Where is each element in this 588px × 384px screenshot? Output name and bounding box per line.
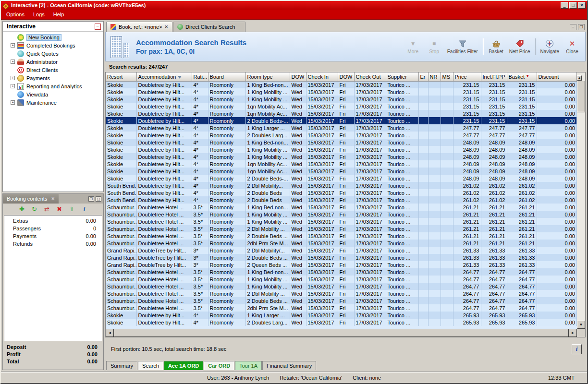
mdi-minimize-icon[interactable]: − [570, 24, 576, 30]
table-row[interactable]: Schaumbur... Doubletree Hotel ... 3.5* R… [106, 204, 577, 211]
horizontal-scrollbar[interactable]: ◄ ► [106, 329, 577, 337]
table-row[interactable]: Schaumbur... Doubletree Hotel ... 3.5* R… [106, 211, 577, 218]
info-button[interactable]: i [572, 344, 582, 354]
scroll-down-icon[interactable]: ▼ [577, 321, 585, 329]
expand-icon[interactable]: + [11, 76, 15, 80]
table-row[interactable]: Grand Rapi... DoubleTree by Hilt... 3* R… [106, 261, 577, 268]
table-row[interactable]: Skokie Doubletree by Hilt... 4* Roomonly… [106, 153, 577, 160]
column-header[interactable]: DOW [290, 72, 306, 81]
table-row[interactable]: Skokie Doubletree by Hilt... 4* Roomonly… [106, 117, 577, 124]
table-row[interactable]: Schaumbur... Doubletree Hotel ... 3.5* R… [106, 283, 577, 290]
table-row[interactable]: Schaumbur... Doubletree Hotel ... 3.5* R… [106, 276, 577, 283]
table-row[interactable]: Skokie Doubletree by Hilt... 4* Roomonly… [106, 319, 577, 326]
sidebar-item[interactable]: + Maintenance [3, 98, 103, 107]
menu-item[interactable]: Logs [29, 11, 49, 18]
table-row[interactable]: Schaumbur... Doubletree Hotel ... 3.5* R… [106, 218, 577, 225]
column-header[interactable]: Room type [245, 72, 290, 81]
navigate-button[interactable]: Navigate [540, 39, 559, 54]
table-row[interactable]: Skokie Doubletree by Hilt... 4* Roomonly… [106, 175, 577, 182]
export-icon[interactable]: ⇧ [68, 206, 76, 213]
close-tab-icon[interactable]: ✕ [165, 24, 169, 29]
column-header[interactable]: Check In [306, 72, 338, 81]
column-header[interactable]: Board [208, 72, 245, 81]
column-header[interactable]: Accommodation [136, 72, 192, 81]
mdi-restore-icon[interactable]: ❐ [578, 24, 585, 30]
add-icon[interactable]: ✚ [18, 206, 26, 213]
sidebar-item[interactable]: + Payments [3, 74, 103, 82]
document-tab[interactable]: Direct Clients Search ✕ [173, 22, 245, 32]
table-row[interactable]: Schaumbur... Doubletree Hotel ... 3.5* R… [106, 297, 577, 304]
expand-icon[interactable]: + [11, 84, 15, 88]
column-header[interactable]: Rati... [192, 72, 208, 81]
sidebar-item[interactable]: + New Booking [3, 33, 103, 41]
table-row[interactable]: Skokie Doubletree by Hilt... 4* Roomonly… [106, 124, 577, 132]
sidebar-item[interactable]: + Quick Quotes [3, 49, 103, 58]
column-header[interactable]: Basket▼ [507, 72, 537, 81]
horizontal-scroll-thumb[interactable] [114, 329, 569, 337]
close-panel-icon[interactable]: ✕ [51, 196, 55, 201]
table-row[interactable]: South Bend... Doubletree by Hilt... 4* R… [106, 182, 577, 189]
table-row[interactable]: Schaumbur... Doubletree Hotel ... 3.5* R… [106, 240, 577, 247]
bottom-tab[interactable]: Car ORD [204, 361, 234, 370]
table-row[interactable]: Schaumbur... Doubletree Hotel ... 3.5* R… [106, 304, 577, 312]
table-row[interactable]: Skokie Doubletree by Hilt... 4* Roomonly… [106, 132, 577, 139]
table-row[interactable]: Grand Rapi... DoubleTree by Hilt... 3* R… [106, 254, 577, 261]
refresh-icon[interactable]: ↻ [31, 206, 38, 213]
vertical-scrollbar[interactable]: ▲ ▼ [577, 72, 585, 329]
delete-icon[interactable]: ✖ [56, 206, 63, 213]
sidebar-item[interactable]: + Viewdata [3, 90, 103, 98]
minimize-button[interactable]: _ [561, 2, 568, 9]
bottom-tab[interactable]: Search [138, 361, 163, 370]
sidebar-item[interactable]: + Direct Clients [3, 66, 103, 74]
sidebar-item[interactable]: + Reporting and Analytics [3, 82, 103, 90]
basket-button[interactable]: Basket [488, 39, 504, 54]
bottom-tab[interactable]: Acc 1A ORD [164, 361, 203, 370]
booking-content-row[interactable]: Refunds 0.00 [4, 240, 102, 248]
column-header[interactable]: NR [428, 72, 441, 81]
booking-content-row[interactable]: Passengers 0 [4, 225, 102, 233]
table-row[interactable]: Skokie Doubletree by Hilt... 4* Roomonly… [106, 81, 577, 88]
table-row[interactable]: Skokie Doubletree by Hilt... 4* Roomonly… [106, 312, 577, 319]
table-row[interactable]: Skokie Doubletree by Hilt... 4* Roomonly… [106, 88, 577, 96]
table-row[interactable]: Skokie Doubletree by Hilt... 4* Roomonly… [106, 96, 577, 103]
booking-content-row[interactable]: Extras 0.00 [4, 217, 102, 225]
panel-maximize-icon[interactable]: ▢ [96, 196, 101, 202]
booking-contents-tab[interactable]: Booking contents ✕ [3, 194, 59, 204]
column-header[interactable]: Er [418, 72, 428, 81]
table-row[interactable]: South Bend... Doubletree by Hilt... 4* R… [106, 196, 577, 204]
column-header[interactable]: Incl.Fl.PP [481, 72, 507, 81]
table-row[interactable]: Schaumbur... Doubletree Hotel ... 3.5* R… [106, 290, 577, 297]
table-row[interactable]: Skokie Doubletree by Hilt... 4* Roomonly… [106, 139, 577, 146]
column-header[interactable]: Discount [537, 72, 577, 81]
table-row[interactable]: Schaumbur... Doubletree Hotel ... 3.5* R… [106, 225, 577, 232]
table-row[interactable]: South Bend... Doubletree by Hilt... 4* R… [106, 189, 577, 196]
collapse-panel-icon[interactable]: − [95, 24, 101, 30]
table-row[interactable]: Skokie Doubletree by Hilt... 4* Roomonly… [106, 160, 577, 168]
column-header[interactable]: MS [441, 72, 453, 81]
column-header[interactable]: Check Out [354, 72, 386, 81]
menu-item[interactable]: Help [49, 11, 69, 18]
table-row[interactable]: Skokie Doubletree by Hilt... 4* Roomonly… [106, 110, 577, 117]
scroll-right-icon[interactable]: ► [569, 329, 577, 337]
info-icon[interactable]: i [81, 206, 88, 213]
table-row[interactable]: Skokie Doubletree by Hilt... 4* Roomonly… [106, 146, 577, 153]
bottom-tab[interactable]: Financial Summary [262, 361, 316, 370]
vertical-scroll-thumb[interactable] [577, 81, 585, 112]
expand-icon[interactable]: + [11, 43, 15, 48]
close-window-button[interactable]: ✕ [578, 2, 586, 9]
table-row[interactable]: Grand Rapi... DoubleTree by Hilt... 3* R… [106, 247, 577, 254]
expand-icon[interactable]: + [11, 60, 15, 64]
panel-restore-icon[interactable]: ❐ [88, 196, 94, 202]
column-header[interactable]: Price [453, 72, 481, 81]
column-header[interactable]: DOW [338, 72, 354, 81]
table-row[interactable]: Skokie Doubletree by Hilt... 4* Roomonly… [106, 103, 577, 110]
column-header[interactable]: Resort [106, 72, 136, 81]
maximize-button[interactable]: □ [569, 2, 577, 9]
table-row[interactable]: Skokie Doubletree by Hilt... 4* Roomonly… [106, 168, 577, 175]
sidebar-item[interactable]: + Completed Bookings [3, 41, 103, 49]
bottom-tab[interactable]: Tour 1A [235, 361, 262, 370]
booking-content-row[interactable]: Payments 0.00 [4, 233, 102, 240]
close-results-button[interactable]: ✕ Close [564, 39, 580, 54]
expand-icon[interactable]: + [11, 100, 15, 105]
table-row[interactable]: Schaumbur... Doubletree Hotel ... 3.5* R… [106, 268, 577, 276]
